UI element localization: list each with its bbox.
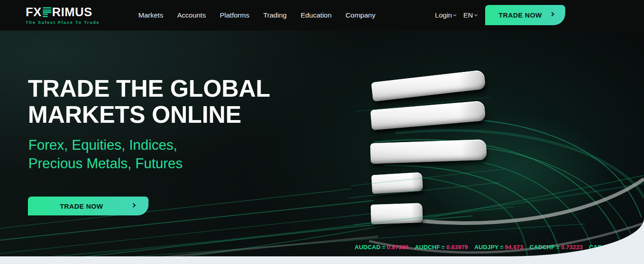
ticker-pair: CADCHF xyxy=(530,244,555,251)
ticker-separator: = xyxy=(441,244,445,251)
menu-item-company[interactable]: Company xyxy=(346,11,375,19)
hero-section: TRADE THE GLOBAL MARKETS ONLINE Forex, E… xyxy=(0,31,644,256)
nav-trade-now-label: TRADE NOW xyxy=(499,11,542,19)
hero-copy: TRADE THE GLOBAL MARKETS ONLINE Forex, E… xyxy=(28,76,270,173)
ticker-pair: AUDCAD xyxy=(355,244,381,251)
ticker-item: CADCHF=0.73223 xyxy=(530,244,583,251)
hero-title-line1: TRADE THE GLOBAL xyxy=(28,75,270,102)
ticker-separator: = xyxy=(500,244,504,251)
ticker-value: 0.73223 xyxy=(561,244,583,251)
hero-subtitle-line2: Precious Metals, Futures xyxy=(28,156,183,171)
ticker-item: CADJPY xyxy=(589,244,613,251)
hero-subtitle-line1: Forex, Equities, Indices, xyxy=(28,137,177,153)
ticker-value: 0.63979 xyxy=(446,244,468,251)
brand-logo-row: FX RIMUS xyxy=(26,6,100,18)
navbar: FX RIMUS The Safest Place To Trade Marke… xyxy=(0,0,644,31)
login-dropdown[interactable]: Login xyxy=(435,11,456,19)
hero-trade-now-label: TRADE NOW xyxy=(60,202,103,210)
ticker-pair: AUDCHF xyxy=(415,244,440,251)
navbar-right-group: Login EN TRADE NOW xyxy=(435,11,565,20)
ticker-separator: = xyxy=(556,244,560,251)
arrow-right-icon xyxy=(131,203,136,208)
brand-tagline: The Safest Place To Trade xyxy=(26,20,100,25)
hero-subtitle: Forex, Equities, Indices, Precious Metal… xyxy=(28,136,270,173)
menu-item-trading[interactable]: Trading xyxy=(263,11,287,19)
chevron-down-icon xyxy=(474,13,477,16)
chevron-down-icon xyxy=(453,13,456,16)
main-menu: Markets Accounts Platforms Trading Educa… xyxy=(139,11,376,19)
menu-item-markets[interactable]: Markets xyxy=(139,11,163,19)
ticker-separator: = xyxy=(382,244,386,251)
ticker-item: AUDJPY=94.673 xyxy=(474,244,523,251)
brand-logo[interactable]: FX RIMUS The Safest Place To Trade xyxy=(26,6,100,25)
ticker-item: AUDCHF=0.63979 xyxy=(415,244,468,251)
ticker-value: 94.673 xyxy=(505,244,523,251)
hero-title-line2: MARKETS ONLINE xyxy=(28,101,241,128)
ticker-item: AUDCAD=0.87388 xyxy=(355,244,409,251)
price-ticker: AUDCAD=0.87388 AUDCHF=0.63979 AUDJPY=94.… xyxy=(355,244,613,251)
language-selector[interactable]: EN xyxy=(463,11,477,19)
logo-text-suffix: RIMUS xyxy=(52,6,93,18)
menu-item-platforms[interactable]: Platforms xyxy=(220,11,249,19)
page: FX RIMUS The Safest Place To Trade Marke… xyxy=(0,0,644,264)
login-label: Login xyxy=(435,11,452,19)
hero-title: TRADE THE GLOBAL MARKETS ONLINE xyxy=(28,76,270,128)
nav-trade-now-button[interactable]: TRADE NOW xyxy=(485,5,565,25)
ticker-value: 0.87388 xyxy=(387,244,408,251)
ticker-pair: AUDJPY xyxy=(474,244,499,251)
logo-mark-icon xyxy=(43,7,52,18)
language-label: EN xyxy=(463,11,473,19)
menu-item-accounts[interactable]: Accounts xyxy=(177,11,206,19)
menu-item-education[interactable]: Education xyxy=(301,11,332,19)
ticker-pair: CADJPY xyxy=(589,244,613,251)
logo-text-prefix: FX xyxy=(26,6,42,18)
hero-trade-now-button[interactable]: TRADE NOW xyxy=(28,197,149,215)
arrow-right-icon xyxy=(550,12,554,17)
